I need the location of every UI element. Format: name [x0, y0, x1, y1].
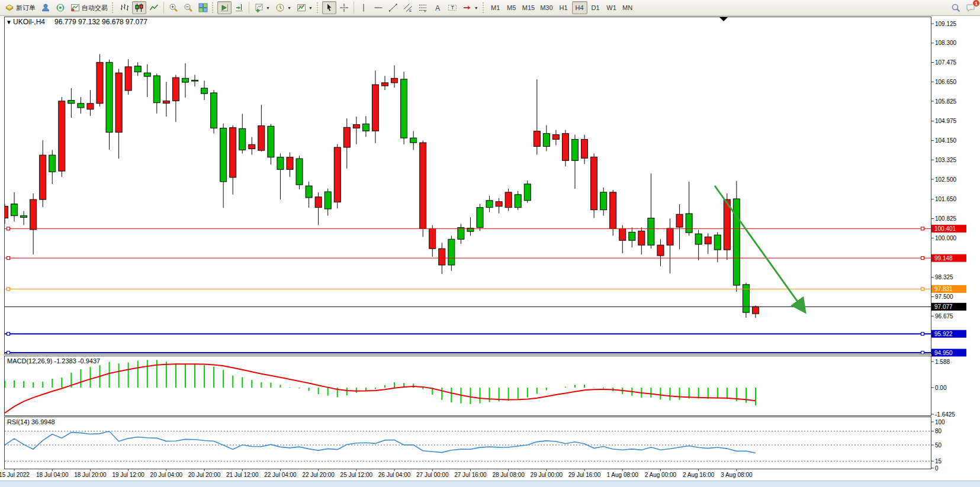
timeframe-M5[interactable]: M5 — [504, 1, 519, 14]
line-handle[interactable] — [921, 288, 924, 291]
timeframe-MN[interactable]: MN — [620, 1, 635, 14]
timeframe-H1[interactable]: H1 — [556, 1, 571, 14]
new-order-label: 新订单 — [16, 4, 36, 12]
timeframe-bar: M1M5M15M30H1H4D1W1MN — [488, 1, 635, 14]
line-handle[interactable] — [7, 333, 10, 336]
zoom-out-button[interactable] — [181, 1, 195, 14]
toolbar-separator — [354, 2, 354, 14]
candle-body — [125, 67, 131, 91]
price-badge-label: 94.950 — [934, 350, 953, 356]
new-chart-icon — [254, 3, 264, 12]
fibonacci-icon: F — [418, 3, 428, 12]
candle-body — [68, 101, 75, 104]
line-handle[interactable] — [7, 351, 10, 354]
chart-type-candles-button[interactable] — [132, 1, 146, 14]
candle-body — [591, 157, 597, 209]
crosshair-tool-button[interactable] — [337, 1, 351, 14]
time-axis-label: 2 Aug 00:00 — [645, 472, 677, 478]
toolbar-grip — [317, 2, 319, 13]
chart-shift-button[interactable] — [232, 1, 246, 14]
candle-body — [705, 237, 711, 244]
candle-body — [343, 127, 350, 147]
candle-body — [505, 192, 512, 208]
candle-body — [144, 73, 150, 76]
candle-body — [610, 192, 616, 229]
time-axis-label: 22 Jul 04:00 — [264, 472, 297, 478]
candle-body — [600, 192, 607, 210]
price-tick-label: 98.325 — [935, 274, 953, 280]
channel-tool-button[interactable]: E — [401, 1, 415, 14]
time-axis-label: 20 Jul 20:00 — [188, 472, 221, 478]
periods-button[interactable]: ▼ — [273, 1, 294, 14]
line-handle[interactable] — [7, 288, 10, 291]
auto-scroll-button[interactable] — [217, 1, 232, 14]
new-chart-button[interactable]: ▼ — [252, 1, 272, 14]
candle-body — [249, 144, 255, 149]
price-tick-label: 100.825 — [935, 215, 957, 222]
equidistant-channel-icon: E — [403, 3, 413, 12]
chevron-down-icon: ▼ — [266, 6, 270, 10]
macd-label: MACD(12,26,9) -1.2383 -0.9437 — [7, 357, 100, 365]
tile-windows-button[interactable] — [196, 1, 210, 14]
line-chart-icon — [149, 3, 159, 12]
horizontal-line-tool-button[interactable] — [371, 1, 385, 14]
candle-body — [429, 228, 436, 249]
text-label-tool-button[interactable]: T — [445, 1, 460, 14]
new-order-button[interactable]: 新订单 — [2, 1, 38, 14]
chart-title-dropdown: ▼ — [6, 19, 12, 25]
timeframe-M15[interactable]: M15 — [520, 1, 537, 14]
price-tick-label: 100.000 — [935, 235, 957, 241]
line-handle[interactable] — [921, 351, 924, 354]
chart-type-bars-button[interactable] — [117, 1, 131, 14]
timeframe-D1[interactable]: D1 — [588, 1, 603, 14]
candle-body — [638, 231, 645, 245]
fibonacci-tool-button[interactable]: F — [416, 1, 430, 14]
line-handle[interactable] — [7, 257, 10, 260]
line-handle[interactable] — [921, 227, 924, 230]
timeframe-H4[interactable]: H4 — [572, 1, 587, 14]
community-button[interactable] — [38, 1, 53, 14]
toolbar-grip — [483, 2, 485, 13]
candle-body — [78, 104, 84, 108]
text-tool-button[interactable]: A — [430, 1, 445, 14]
line-handle[interactable] — [7, 227, 10, 230]
timeframe-M1[interactable]: M1 — [488, 1, 503, 14]
chart-title: UKOil-,H4 — [13, 18, 45, 26]
svg-text:F: F — [424, 9, 426, 13]
auto-trading-button[interactable]: 自动交易 — [68, 1, 110, 14]
cursor-tool-button[interactable] — [322, 1, 336, 14]
rsi-tick-label: 80 — [935, 428, 942, 434]
arrows-tool-button[interactable]: ▼ — [460, 1, 481, 14]
search-button[interactable] — [949, 1, 963, 14]
time-axis-label: 27 Jul 16:00 — [454, 472, 487, 478]
candle-body — [11, 204, 18, 216]
candle-body — [87, 104, 94, 109]
timeframe-M30[interactable]: M30 — [538, 1, 555, 14]
time-axis-label: 18 Jul 20:00 — [74, 472, 107, 478]
candlestick-chart-icon — [134, 3, 144, 12]
candle-body — [752, 307, 759, 314]
clock-icon — [275, 3, 285, 12]
trendline-tool-button[interactable] — [386, 1, 400, 14]
candle-body — [401, 79, 407, 138]
svg-text:E: E — [409, 9, 412, 12]
broadcast-button[interactable] — [53, 1, 68, 14]
candle-body — [648, 218, 654, 246]
time-axis-label: 18 Jul 04:00 — [36, 472, 69, 478]
chart-canvas[interactable]: 109.125108.300107.475106.650105.825104.9… — [0, 0, 980, 487]
line-handle[interactable] — [921, 333, 924, 336]
candle-body — [182, 78, 188, 82]
line-handle[interactable] — [921, 257, 924, 260]
rsi-label: RSI(14) 36.9948 — [7, 418, 55, 425]
timeframe-W1[interactable]: W1 — [604, 1, 619, 14]
templates-button[interactable]: ▼ — [294, 1, 315, 14]
candle-body — [362, 124, 369, 131]
zoom-in-button[interactable] — [166, 1, 181, 14]
chart-type-line-button[interactable] — [147, 1, 161, 14]
toolbar: 新订单 自动交易 ▼ ▼ ▼ — [0, 0, 980, 16]
vertical-line-tool-button[interactable] — [356, 1, 371, 14]
tile-windows-icon — [198, 3, 208, 12]
time-axis-label: 2 Aug 16:00 — [683, 472, 715, 478]
time-axis-label: 26 Jul 04:00 — [378, 472, 411, 478]
price-tick-label: 104.975 — [935, 118, 957, 124]
